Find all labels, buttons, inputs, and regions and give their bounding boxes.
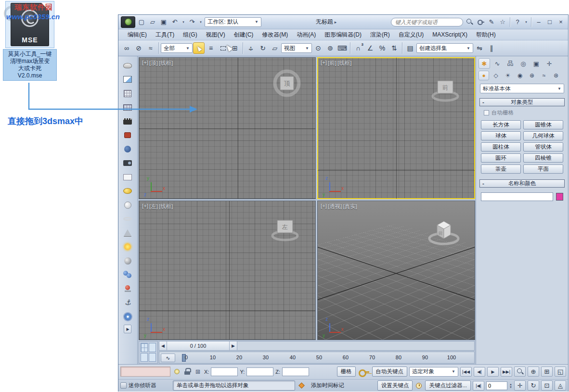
blob-icon[interactable]: [121, 185, 134, 197]
viewport-shading-label[interactable]: [真实]: [343, 203, 357, 210]
y-coordinate-field[interactable]: [246, 367, 273, 376]
sun-icon[interactable]: [121, 240, 134, 253]
undo-dropdown-icon[interactable]: ▾: [181, 17, 186, 27]
viewport-left[interactable]: [+] [左] [线框] 左 zxy: [139, 201, 316, 340]
frame-spinner[interactable]: ▲▼: [509, 383, 512, 389]
angle-snap-icon[interactable]: ∠: [364, 42, 376, 54]
viewport-shading-label[interactable]: [线框]: [337, 60, 351, 67]
btn-torus[interactable]: 圆环: [481, 153, 521, 163]
object-name-input[interactable]: [481, 192, 553, 201]
track-bar[interactable]: ∿ 0 10 20 30 40 50 60 70 80 90 100: [159, 352, 475, 364]
pin-icon[interactable]: [121, 282, 134, 295]
lights-icon[interactable]: ☀: [503, 71, 513, 80]
viewport-perspective[interactable]: [+] [透视] [真实] 前 zxy: [317, 201, 475, 340]
help-dropdown-icon[interactable]: ▾: [524, 17, 529, 27]
viewport-view-label[interactable]: [透视]: [328, 203, 342, 210]
btn-geosphere[interactable]: 几何球体: [523, 131, 563, 140]
layout-tab[interactable]: [141, 353, 148, 362]
undo-icon[interactable]: ↶: [170, 17, 180, 27]
maximize-viewport-icon[interactable]: ⊡: [541, 380, 553, 391]
percent-snap-icon[interactable]: %: [376, 42, 388, 54]
pencil-icon[interactable]: ✎: [487, 17, 496, 27]
absolute-offset-toggle-icon[interactable]: ⊞: [194, 367, 202, 377]
next-frame-icon[interactable]: ▶: [230, 341, 237, 350]
btn-sphere[interactable]: 球体: [481, 131, 521, 140]
filmstrip-icon[interactable]: [121, 115, 134, 127]
maximize-button[interactable]: □: [545, 18, 555, 26]
viewport-menu-label[interactable]: [+]: [142, 60, 148, 67]
gear-flower-icon[interactable]: [121, 310, 134, 323]
spinner-snap-icon[interactable]: ⇅: [388, 42, 400, 54]
viewport-menu-label[interactable]: [+]: [321, 60, 327, 67]
bind-to-space-warp-icon[interactable]: ≈: [145, 42, 156, 54]
systems-icon[interactable]: ⊛: [551, 71, 561, 80]
menu-help[interactable]: 帮助(H): [472, 31, 500, 39]
open-file-icon[interactable]: ▱: [148, 17, 157, 27]
btn-plane[interactable]: 平面: [523, 164, 563, 174]
menu-rendering[interactable]: 渲染(R): [366, 31, 394, 39]
layout-tab[interactable]: [149, 343, 156, 352]
viewport-shading-label[interactable]: [线框]: [159, 60, 173, 67]
autogrid-checkbox[interactable]: [484, 110, 489, 115]
viewport-view-label[interactable]: [左]: [149, 203, 158, 210]
selection-lock-icon[interactable]: [183, 367, 192, 377]
sphere-white-icon[interactable]: [121, 199, 134, 211]
named-selection-dropdown[interactable]: 创建选择集▼: [416, 43, 473, 53]
cone-icon[interactable]: [121, 227, 134, 239]
viewport-shading-label[interactable]: [线框]: [159, 203, 173, 210]
go-to-start-icon[interactable]: |◀◀: [460, 367, 472, 377]
helpers-icon[interactable]: ⊕: [527, 71, 537, 80]
menu-maxscript[interactable]: MAXScript(X): [428, 31, 472, 38]
mini-listener-label[interactable]: 迷你侦听器: [129, 382, 171, 389]
select-and-link-icon[interactable]: ∞: [121, 42, 132, 54]
select-and-rotate-icon[interactable]: ↻: [257, 42, 269, 54]
set-key-icon[interactable]: [358, 366, 370, 378]
pan-icon[interactable]: ✛: [514, 380, 526, 391]
btn-cylinder[interactable]: 圆柱体: [481, 142, 521, 152]
snaps-toggle-icon[interactable]: ∩3: [352, 42, 364, 54]
btn-tube[interactable]: 管状体: [523, 142, 563, 152]
close-button[interactable]: ×: [556, 18, 566, 26]
rollout-object-type[interactable]: - 对象类型: [479, 98, 565, 106]
viewcube[interactable]: 前: [428, 74, 462, 108]
viewcube[interactable]: 前: [424, 215, 464, 252]
viewport-menu-label[interactable]: [+]: [321, 203, 327, 210]
sphere-gray-icon[interactable]: [121, 254, 134, 267]
selection-filter-dropdown[interactable]: 全部▼: [161, 43, 193, 53]
play-animation-icon[interactable]: ▶: [487, 367, 499, 377]
auto-key-button[interactable]: 自动关键点: [372, 367, 408, 377]
key-filters-button[interactable]: 关键点过滤器...: [425, 380, 471, 391]
red-tool-icon[interactable]: [121, 129, 134, 141]
align-icon[interactable]: ∥: [486, 42, 497, 54]
help-button[interactable]: ?: [513, 17, 522, 27]
cameras-icon[interactable]: ◉: [515, 71, 525, 80]
previous-key-icon[interactable]: |◀|: [473, 381, 484, 391]
zoom-icon[interactable]: [514, 367, 526, 377]
selection-set-dropdown[interactable]: 选定对象 ▼: [409, 367, 458, 377]
object-category-dropdown[interactable]: 标准基本体 ▼: [480, 84, 564, 93]
geometry-icon[interactable]: ●: [478, 71, 489, 80]
go-to-end-icon[interactable]: ▶▶|: [501, 367, 512, 377]
tab-utilities-icon[interactable]: ✛: [543, 58, 555, 69]
select-and-move-icon[interactable]: ↔↕: [245, 42, 257, 54]
add-time-tag[interactable]: 添加时间标记: [308, 380, 348, 391]
calculator-icon[interactable]: [121, 87, 134, 100]
file-name[interactable]: 莫莫小工具_一键 清理max场景变 大或卡死 V2.0.mse: [3, 49, 57, 81]
application-menu-button[interactable]: [121, 16, 135, 28]
sign-in-key-icon[interactable]: [476, 17, 485, 27]
tab-display-icon[interactable]: ▣: [530, 58, 542, 69]
x-coordinate-field[interactable]: [211, 367, 238, 376]
isolate-toggle-icon[interactable]: [172, 367, 181, 377]
menu-create[interactable]: 创建(C): [230, 31, 258, 39]
layout-tab[interactable]: [149, 353, 156, 362]
viewport-view-label[interactable]: [顶]: [149, 60, 158, 67]
minimize-button[interactable]: –: [534, 18, 543, 26]
viewcube[interactable]: 左: [268, 214, 302, 247]
viewport-front[interactable]: [+] [前] [线框] 前 zxy: [317, 57, 475, 199]
z-coordinate-field[interactable]: [282, 367, 309, 376]
named-selection-sets-icon[interactable]: ▤: [404, 42, 416, 54]
space-warps-icon[interactable]: ≈: [539, 71, 549, 80]
previous-frame-icon[interactable]: ◀: [159, 341, 167, 350]
spheres-cluster-icon[interactable]: [121, 268, 134, 281]
zoom-all-icon[interactable]: ⊕: [528, 367, 539, 377]
